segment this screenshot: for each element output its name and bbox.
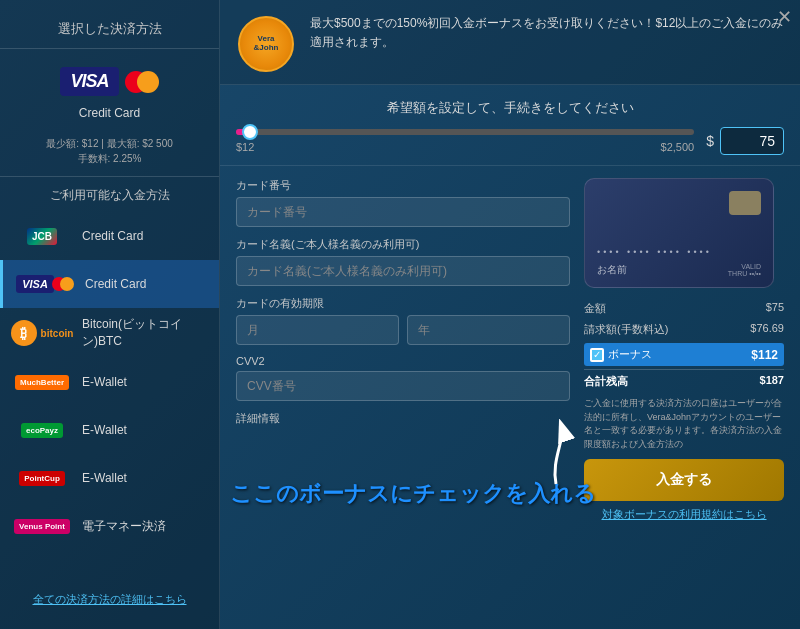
muchbetter-logo: MuchBetter [15,375,69,390]
card-name-group: カード名義(ご本人様名義のみ利用可) [236,237,570,286]
fee-info: 手数料: 2.25% [78,153,142,164]
muchbetter-icon: MuchBetter [12,366,72,398]
card-number-label: カード番号 [236,178,570,193]
card-name: お名前 [597,263,627,277]
selected-method-name: Credit Card [79,106,140,120]
mc-yellow-circle [137,71,159,93]
slider-label: 希望額を設定して、手続きをしてください [236,99,784,117]
bonus-amount: $112 [751,348,778,362]
bonus-label-wrap: ✓ ボーナス [590,347,652,362]
bonus-checkbox[interactable]: ✓ [590,348,604,362]
slider-max: $2,500 [661,141,695,153]
bonus-message: 最大$500までの150%初回入金ボーナスをお受け取りください！$12以上のご入… [310,14,784,52]
ecopayz-logo: ecoPayz [21,423,63,438]
annotation-area: ここのボーナスにチェックを入れる [230,479,596,509]
payment-method-visa[interactable]: VISA Credit Card [0,260,219,308]
summary-section: 金額 $75 請求額(手数料込) $76.69 ✓ ボーナス [584,298,784,451]
terms-link[interactable]: 対象ボーナスの利用規約はこちら [584,507,784,522]
deposit-button[interactable]: 入金する [584,459,784,501]
card-valid: VALIDTHRU ••/•• [728,263,761,277]
card-chip [729,191,761,215]
venuspoint-icon: Venus Point [12,510,72,542]
amount-input[interactable] [720,127,784,155]
card-number-group: カード番号 [236,178,570,227]
max-amount: 最大額: $2 500 [107,138,173,149]
amount-row: 金額 $75 [584,298,784,319]
bitcoin-icon: ₿ bitcoin [12,317,72,349]
slider-container: $12 $2,500 [236,129,694,153]
bitcoin-b-icon: ₿ [11,320,37,346]
min-amount: 最少額: $12 [46,138,98,149]
visa-mc-icon: VISA [15,268,75,300]
method-name-bitcoin: Bitcoin(ビットコイン)BTC [82,316,207,350]
fee-label: 請求額(手数料込) [584,322,668,337]
card-number-input[interactable] [236,197,570,227]
amount-input-wrap: $ [706,127,784,155]
expiry-row [236,315,570,345]
bonus-row: ✓ ボーナス $112 [584,343,784,366]
payment-method-venuspoint[interactable]: Venus Point 電子マネー決済 [0,502,219,550]
jcb-credit-icon: JCB [12,220,72,252]
slider-track[interactable] [236,129,694,135]
dollar-sign: $ [706,133,714,149]
card-name-input[interactable] [236,256,570,286]
top-bar: Vera&John 最大$500までの150%初回入金ボーナスをお受け取りくださ… [220,0,800,85]
slider-section: 希望額を設定して、手続きをしてください $12 $2,500 $ [220,85,800,166]
slider-row: $12 $2,500 $ [236,127,784,155]
selected-method: VISA Credit Card [0,59,219,132]
amount-label: 金額 [584,301,606,316]
ecopayz-icon: ecoPayz [12,414,72,446]
action-buttons: 入金する 対象ボーナスの利用規約はこちら [584,459,784,522]
visa-sm-icon: VISA [16,275,54,293]
payment-method-bitcoin[interactable]: ₿ bitcoin Bitcoin(ビットコイン)BTC [0,308,219,358]
close-button[interactable]: ✕ [777,6,792,28]
card-valid-value: ••/•• [749,270,761,277]
visa-logo: VISA [60,67,118,96]
cvv-input[interactable] [236,371,570,401]
fee-value: $76.69 [750,322,784,337]
card-name-row: お名前 VALIDTHRU ••/•• [597,263,761,277]
payment-method-pointcup[interactable]: PointCup E-Wallet [0,454,219,502]
card-visual: •••• •••• •••• •••• お名前 VALIDTHRU ••/•• [584,178,774,288]
card-dots: •••• •••• •••• •••• [597,247,712,257]
total-value: $187 [760,374,784,389]
payment-method-ecopayz[interactable]: ecoPayz E-Wallet [0,406,219,454]
description-text: ご入金に使用する決済方法の口座はユーザーが合法的に所有し、Vera&Johnアカ… [584,397,784,451]
form-area: カード番号 カード名義(ご本人様名義のみ利用可) カードの有効期限 CVV2 [220,166,800,629]
total-label: 合計残高 [584,374,628,389]
method-name-pointcup: E-Wallet [82,471,127,485]
amount-value: $75 [766,301,784,316]
method-name-visa: Credit Card [85,277,146,291]
content-area: Vera&John 最大$500までの150%初回入金ボーナスをお受け取りくださ… [220,0,800,629]
mc-sm-yellow [60,277,74,291]
bitcoin-text: bitcoin [41,328,74,339]
sidebar-info: 最少額: $12 | 最大額: $2 500 手数料: 2.25% [0,132,219,177]
cvv-group: CVV2 [236,355,570,401]
card-name-label: カード名義(ご本人様名義のみ利用可) [236,237,570,252]
form-left: カード番号 カード名義(ご本人様名義のみ利用可) カードの有効期限 CVV2 [236,178,584,617]
main-container: 選択した決済方法 VISA Credit Card 最少額: $12 | 最大額… [0,0,800,629]
expiry-label: カードの有効期限 [236,296,570,311]
method-name-ecopayz: E-Wallet [82,423,127,437]
payment-method-muchbetter[interactable]: MuchBetter E-Wallet [0,358,219,406]
bonus-check-mark: ✓ [593,350,601,360]
logo-circle: Vera&John [238,16,294,72]
payment-method-jcb[interactable]: JCB Credit Card [0,212,219,260]
fee-row: 請求額(手数料込) $76.69 [584,319,784,340]
vera-john-logo: Vera&John [236,14,296,74]
slider-thumb[interactable] [242,124,258,140]
method-name-jcb: Credit Card [82,229,143,243]
bonus-label-text: ボーナス [608,347,652,362]
expiry-month-input[interactable] [236,315,399,345]
mastercard-logo [125,71,159,93]
expiry-year-input[interactable] [407,315,570,345]
selected-method-logo: VISA [60,67,158,96]
slider-min-max: $12 $2,500 [236,141,694,153]
pointcup-icon: PointCup [12,462,72,494]
annotation-arrow [496,419,576,489]
venuspoint-logo: Venus Point [14,519,70,534]
all-methods-link[interactable]: 全ての決済方法の詳細はこちら [0,582,219,617]
jcb-icon: JCB [27,228,57,245]
available-methods-title: ご利用可能な入金方法 [0,177,219,212]
mc-sm-icon [52,277,74,291]
